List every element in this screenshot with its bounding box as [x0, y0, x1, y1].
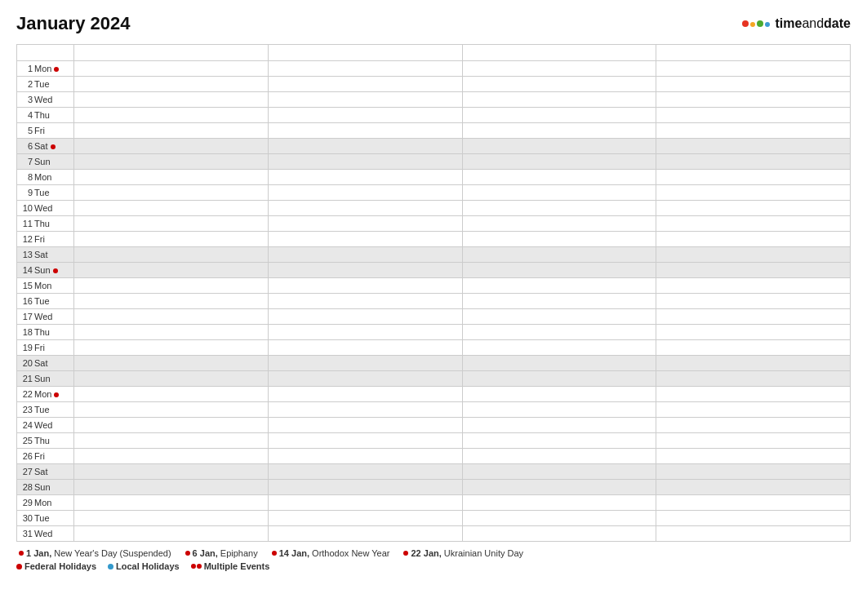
day-number: 20 [21, 358, 33, 368]
table-row: 13Sat [17, 247, 851, 263]
day-name: Sat [34, 141, 48, 151]
table-row: 21Sun [17, 371, 851, 387]
table-row: 27Sat [17, 464, 851, 480]
day-cell: 7Sun [17, 154, 74, 170]
data-cell [462, 139, 656, 154]
table-row: 24Wed [17, 418, 851, 433]
data-cell [656, 61, 851, 77]
data-cell [74, 77, 269, 92]
data-cell [74, 61, 269, 77]
day-number: 12 [21, 234, 33, 244]
footer-event-item: 1 Jan, New Year's Day (Suspended) [16, 548, 171, 558]
day-number: 17 [21, 312, 33, 321]
table-row: 12Fri [17, 232, 851, 247]
data-cell [656, 154, 851, 170]
day-number: 3 [21, 95, 33, 104]
day-cell: 16Tue [17, 294, 74, 309]
footer-event-dot [272, 551, 277, 556]
data-cell [268, 371, 462, 387]
day-cell: 4Thu [17, 108, 74, 123]
footer: 1 Jan, New Year's Day (Suspended)6 Jan, … [16, 548, 851, 571]
footer-legend: Federal HolidaysLocal HolidaysMultiple E… [16, 561, 851, 571]
table-row: 29Mon [17, 495, 851, 511]
table-row: 14Sun [17, 263, 851, 278]
data-cell [656, 387, 851, 402]
data-cell [74, 356, 269, 371]
day-number: 2 [21, 79, 33, 89]
footer-legend-item: Local Holidays [108, 561, 180, 571]
data-cell [268, 170, 462, 185]
data-cell [74, 216, 269, 232]
day-name: Mon [34, 172, 51, 182]
table-row: 7Sun [17, 154, 851, 170]
data-cell [74, 139, 269, 154]
footer-event-text: 6 Jan, Epiphany [193, 548, 258, 558]
day-name: Thu [34, 327, 50, 337]
day-cell: 17Wed [17, 309, 74, 325]
day-cell: 14Sun [17, 263, 74, 278]
data-cell [462, 309, 656, 325]
data-cell [74, 92, 269, 108]
calendar-body: 1Mon2Tue3Wed4Thu5Fri6Sat7Sun8Mon9Tue10We… [17, 61, 851, 542]
data-cell [656, 278, 851, 294]
data-cell [462, 526, 656, 542]
col-1 [74, 45, 269, 61]
logo-icon [742, 20, 770, 27]
data-cell [656, 216, 851, 232]
day-name: Mon [34, 389, 51, 399]
day-number: 29 [21, 498, 33, 507]
footer-event-item: 6 Jan, Epiphany [183, 548, 258, 558]
day-number: 23 [21, 405, 33, 414]
day-number: 24 [21, 420, 33, 430]
data-cell [462, 216, 656, 232]
table-row: 3Wed [17, 92, 851, 108]
data-cell [656, 402, 851, 418]
day-name: Tue [34, 296, 50, 306]
data-cell [656, 92, 851, 108]
day-cell: 22Mon [17, 387, 74, 402]
day-number: 6 [21, 141, 33, 151]
data-cell [268, 92, 462, 108]
day-cell: 9Tue [17, 185, 74, 201]
data-cell [74, 511, 269, 526]
data-cell [74, 449, 269, 464]
data-cell [462, 185, 656, 201]
data-cell [656, 139, 851, 154]
day-name: Thu [34, 219, 50, 228]
data-cell [268, 340, 462, 356]
data-cell [268, 294, 462, 309]
day-name: Wed [34, 203, 52, 213]
data-cell [656, 526, 851, 542]
day-cell: 11Thu [17, 216, 74, 232]
footer-event-text: 1 Jan, New Year's Day (Suspended) [26, 548, 171, 558]
day-name: Tue [34, 513, 50, 523]
data-cell [462, 464, 656, 480]
day-number: 30 [21, 513, 33, 523]
data-cell [268, 108, 462, 123]
data-cell [462, 340, 656, 356]
day-number: 8 [21, 172, 33, 182]
data-cell [74, 340, 269, 356]
day-cell: 10Wed [17, 201, 74, 216]
table-row: 6Sat [17, 139, 851, 154]
data-cell [656, 201, 851, 216]
event-dot [54, 392, 59, 397]
data-cell [74, 371, 269, 387]
data-cell [74, 170, 269, 185]
day-number: 1 [21, 64, 33, 73]
data-cell [268, 495, 462, 511]
data-cell [462, 387, 656, 402]
data-cell [462, 61, 656, 77]
table-row: 20Sat [17, 356, 851, 371]
day-name: Sun [34, 265, 51, 275]
footer-event-dot [403, 551, 408, 556]
day-number: 19 [21, 343, 33, 352]
day-cell: 28Sun [17, 480, 74, 495]
data-cell [268, 77, 462, 92]
event-dot [51, 144, 56, 149]
day-number: 11 [21, 219, 33, 228]
col-2 [268, 45, 462, 61]
day-number: 13 [21, 250, 33, 259]
data-cell [462, 123, 656, 139]
data-cell [74, 108, 269, 123]
